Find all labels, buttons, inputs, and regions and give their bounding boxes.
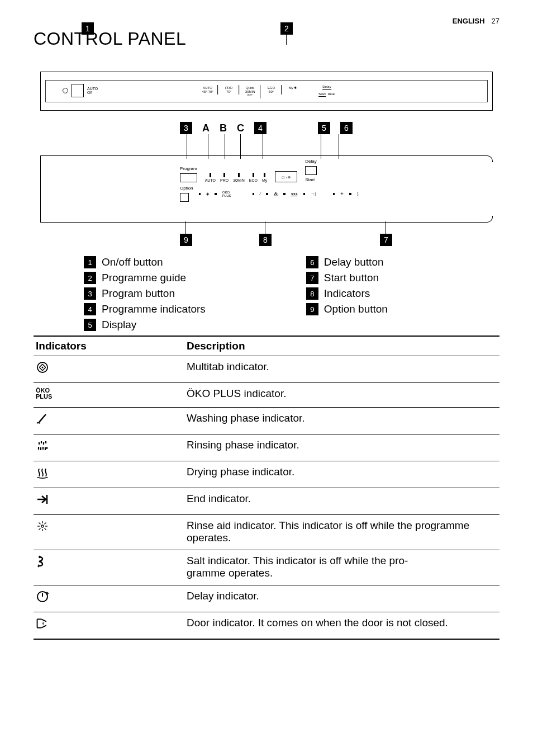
callout-4: 4 — [254, 122, 266, 134]
multitab-icon — [36, 361, 49, 376]
page-title: CONTROL PANEL — [34, 29, 499, 49]
callout-6: 6 — [340, 122, 353, 134]
guide-start: Start — [318, 92, 326, 97]
indicator-description: Delay indicator. — [184, 585, 499, 612]
indicator-icon-cell — [34, 488, 184, 515]
programme-guide-diagram: AUTO45°-70° PRO70° Quick30MIN60° ECO50° … — [198, 85, 335, 98]
salt-icon — [36, 555, 49, 570]
legend: 1On/off button 2Programme guide 3Program… — [84, 256, 499, 331]
indicator-description: Washing phase indicator. — [184, 408, 499, 434]
table-row: Delay indicator. — [34, 585, 499, 612]
option-label: Option — [180, 186, 193, 191]
indicator-icon-cell — [34, 515, 184, 550]
program-label: Program — [180, 166, 197, 171]
legend-text: On/off button — [102, 256, 163, 268]
legend-text: Delay button — [324, 256, 384, 268]
program-button[interactable] — [180, 173, 197, 182]
multitab-ind-icon: ◈ — [206, 192, 209, 196]
table-row: Multitab indicator. — [34, 356, 499, 383]
svg-line-3 — [39, 414, 46, 422]
callout-5: 5 — [318, 122, 330, 134]
table-row: Door indicator. It comes on when the doo… — [34, 612, 499, 640]
col-indicators: Indicators — [34, 336, 184, 356]
label-a: A — [202, 122, 210, 134]
table-row: Rinse aid indicator. This indicator is o… — [34, 515, 499, 550]
programme-indicators: AUTO PRO 30MIN ECO My — [205, 173, 268, 182]
power-icon — [63, 88, 68, 93]
rinsing-phase-icon — [36, 439, 49, 454]
legend-text: Option button — [324, 303, 388, 315]
indicator-icon-cell — [34, 612, 184, 640]
control-cluster-diagram: 3 A B C 4 5 6 Program AUTO PRO 30MIN ECO — [40, 139, 493, 245]
svg-line-30 — [41, 625, 46, 627]
start-label: Start — [305, 177, 316, 182]
guide-my: My ✱ — [286, 86, 299, 90]
end-ind-icon: →| — [311, 192, 316, 196]
indicator-description: Drying phase indicator. — [184, 461, 499, 488]
callout-2: 2 — [280, 22, 293, 35]
table-row: Rinsing phase indicator. — [34, 434, 499, 461]
legend-text: Programme guide — [102, 272, 186, 284]
indicator-icon-cell — [34, 434, 184, 461]
svg-line-21 — [45, 528, 46, 530]
indicator-icon-cell — [34, 356, 184, 383]
rinseaid-icon — [36, 519, 49, 535]
door-icon — [36, 617, 49, 632]
legend-text: Programme indicators — [102, 303, 206, 315]
guide-auto: AUTO — [201, 86, 214, 90]
salt-ind-icon: ⟆ — [357, 192, 359, 196]
onoff-button-diagram: AUTO Off — [63, 84, 98, 97]
indicator-description: Salt indicator. This indicator is off wh… — [184, 550, 499, 585]
callout-8: 8 — [259, 234, 272, 246]
oko-plus-icon: ÖKOPLUS — [36, 388, 52, 400]
rinseaid-ind-icon: ✳ — [340, 192, 344, 196]
callout-7: 7 — [380, 234, 392, 246]
svg-point-15 — [41, 525, 44, 527]
oko-ind-icon: ÖKO PLUS — [222, 191, 231, 197]
drying-phase-icon — [36, 466, 49, 481]
dry-ind-icon: ꜱꜱꜱ — [291, 192, 298, 196]
svg-line-29 — [41, 619, 46, 621]
guide-quick: Quick — [244, 86, 256, 90]
callout-1: 1 — [82, 22, 94, 35]
svg-line-23 — [39, 528, 41, 530]
svg-line-20 — [39, 523, 41, 525]
guide-delay: Delay — [322, 85, 331, 90]
indicators-table: Indicators Description Multitab indicato… — [34, 336, 499, 640]
indicator-description: Door indicator. It comes on when the doo… — [184, 612, 499, 640]
indicator-icon-cell — [34, 550, 184, 585]
callout-3: 3 — [180, 122, 192, 134]
option-button[interactable] — [180, 193, 189, 202]
indicator-description: Multitab indicator. — [184, 356, 499, 383]
end-icon — [36, 493, 49, 508]
table-row: Drying phase indicator. — [34, 461, 499, 488]
guide-pro: PRO — [222, 86, 235, 90]
guide-eco: ECO — [265, 86, 278, 90]
indicator-description: ÖKO PLUS indicator. — [184, 383, 499, 408]
washing-phase-icon — [36, 412, 49, 427]
delay-label: Delay — [305, 159, 316, 164]
legend-text: Display — [102, 319, 136, 331]
indicator-description: End indicator. — [184, 488, 499, 515]
label-b: B — [220, 122, 227, 134]
svg-line-22 — [45, 523, 46, 525]
table-row: End indicator. — [34, 488, 499, 515]
col-description: Description — [184, 336, 499, 356]
indicator-icon-cell: ÖKOPLUS — [34, 383, 184, 408]
page-header: ENGLISH 27 — [34, 17, 499, 25]
svg-point-2 — [42, 367, 44, 368]
display: ▢ › ⊕ — [275, 171, 297, 182]
display-icons: ▢ › ⊕ — [282, 175, 291, 179]
legend-text: Indicators — [324, 287, 370, 300]
indicator-icon-cell — [34, 461, 184, 488]
legend-text: Start button — [324, 272, 379, 284]
wash-ind-icon: ⁄ — [260, 192, 260, 196]
delay-icon — [36, 590, 49, 605]
table-row: Washing phase indicator. — [34, 408, 499, 434]
label-c: C — [237, 122, 244, 134]
page-number: 27 — [492, 17, 499, 25]
lang-label: ENGLISH — [453, 17, 485, 25]
delay-button[interactable] — [305, 166, 316, 175]
table-row: ÖKOPLUSÖKO PLUS indicator. — [34, 383, 499, 408]
callout-9: 9 — [180, 234, 192, 246]
